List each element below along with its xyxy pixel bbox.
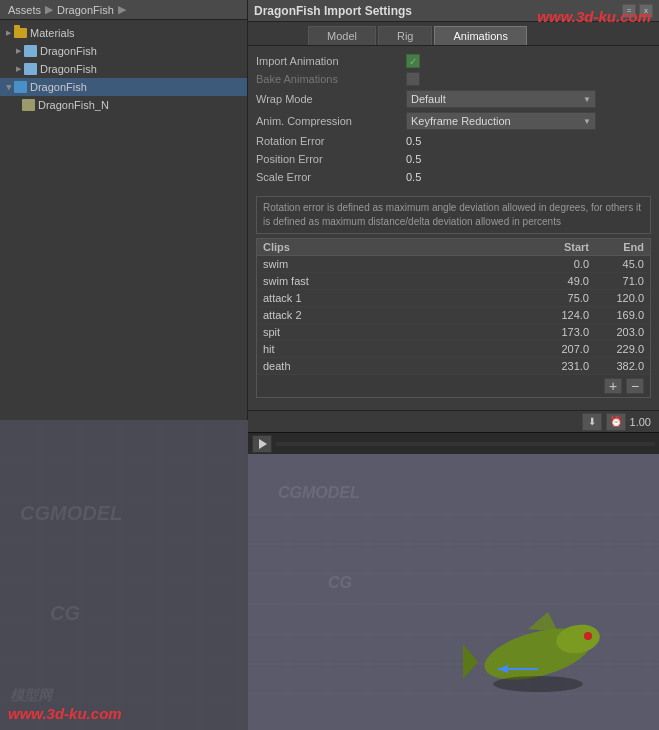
svg-rect-26 <box>0 420 248 730</box>
clock-btn[interactable]: ⏰ <box>606 413 626 431</box>
right-panel: DragonFish Import Settings = x Model Rig… <box>248 0 659 420</box>
watermark-bottom: www.3d-ku.com <box>8 705 122 722</box>
clip-row[interactable]: hit 207.0 229.0 <box>257 341 650 358</box>
tree-label-materials: Materials <box>30 27 75 39</box>
clips-col-end: End <box>589 241 644 253</box>
svg-text:CGMODEL: CGMODEL <box>20 502 122 524</box>
setting-wrap-mode: Wrap Mode Default ▼ <box>256 88 651 110</box>
setting-scale-error: Scale Error 0.5 <box>256 168 651 186</box>
setting-anim-compression: Anim. Compression Keyframe Reduction ▼ <box>256 110 651 132</box>
tree-item-dragonfish2[interactable]: DragonFish <box>0 60 247 78</box>
svg-point-23 <box>493 676 583 692</box>
tab-rig[interactable]: Rig <box>378 26 433 45</box>
clip-row[interactable]: death 231.0 382.0 <box>257 358 650 375</box>
timeline-bar[interactable] <box>276 442 655 446</box>
clips-table: Clips Start End swim 0.0 45.0 swim fast … <box>256 238 651 398</box>
setting-rotation-error: Rotation Error 0.5 <box>256 132 651 150</box>
anim-compression-dropdown[interactable]: Keyframe Reduction ▼ <box>406 112 596 130</box>
clips-header: Clips Start End <box>257 239 650 256</box>
tabs-row: Model Rig Animations <box>248 22 659 46</box>
asset-tree: Materials DragonFish DragonFish DragonFi… <box>0 20 247 118</box>
clips-col-name: Clips <box>263 241 534 253</box>
clip-row[interactable]: swim 0.0 45.0 <box>257 256 650 273</box>
breadcrumb: Assets ▶ DragonFish ▶ <box>0 0 247 20</box>
tree-label-df-selected: DragonFish <box>30 81 87 93</box>
breadcrumb-assets[interactable]: Assets <box>8 4 41 16</box>
breadcrumb-dragonfish[interactable]: DragonFish <box>57 4 114 16</box>
scale-error-label: Scale Error <box>256 171 406 183</box>
play-button[interactable] <box>252 435 272 453</box>
setting-import-animation: Import Animation ✓ <box>256 52 651 70</box>
wrap-mode-dropdown[interactable]: Default ▼ <box>406 90 596 108</box>
mesh-icon-df-selected <box>14 81 27 93</box>
clips-col-start: Start <box>534 241 589 253</box>
cgmodel-wm1: CGMODEL <box>278 484 360 502</box>
left-preview-svg: CGMODEL CG 模型网 <box>0 420 248 730</box>
mesh-icon-df1 <box>24 45 37 57</box>
expand-materials-icon <box>4 29 12 37</box>
tree-item-dragonfish-n[interactable]: DragonFish_N <box>0 96 247 114</box>
cgmodel-wm2: CG <box>328 574 352 592</box>
left-panel: Assets ▶ DragonFish ▶ Materials DragonFi… <box>0 0 248 420</box>
position-error-value: 0.5 <box>406 153 651 165</box>
svg-text:CG: CG <box>50 602 80 624</box>
bake-animations-checkbox[interactable] <box>406 72 420 86</box>
time-value: 1.00 <box>630 416 651 428</box>
texture-icon-dfn <box>22 99 35 111</box>
clips-body: swim 0.0 45.0 swim fast 49.0 71.0 attack… <box>257 256 650 375</box>
tree-label-dfn: DragonFish_N <box>38 99 109 111</box>
folder-icon-materials <box>14 28 27 38</box>
setting-bake-animations: Bake Animations <box>256 70 651 88</box>
viewport: CGMODEL CG <box>248 454 659 730</box>
clip-row[interactable]: swim fast 49.0 71.0 <box>257 273 650 290</box>
svg-text:模型网: 模型网 <box>10 687 54 703</box>
bottom-toolbar: ⬇ ⏰ 1.00 <box>248 410 659 432</box>
expand-df2-icon <box>14 65 22 73</box>
breadcrumb-arrow2: ▶ <box>118 3 126 16</box>
wrap-mode-dropdown-arrow: ▼ <box>583 95 591 104</box>
import-animation-checkbox[interactable]: ✓ <box>406 54 420 68</box>
tree-item-materials[interactable]: Materials <box>0 24 247 42</box>
setting-position-error: Position Error 0.5 <box>256 150 651 168</box>
bake-animations-label: Bake Animations <box>256 73 406 85</box>
left-preview: CGMODEL CG 模型网 <box>0 420 248 730</box>
tree-item-dragonfish-selected[interactable]: DragonFish <box>0 78 247 96</box>
anim-compression-dropdown-arrow: ▼ <box>583 117 591 126</box>
tree-label-df1: DragonFish <box>40 45 97 57</box>
add-clip-button[interactable]: + <box>604 378 622 394</box>
description-text: Rotation error is defined as maximum ang… <box>263 202 641 227</box>
tree-item-dragonfish1[interactable]: DragonFish <box>0 42 247 60</box>
tree-label-df2: DragonFish <box>40 63 97 75</box>
import-btn[interactable]: ⬇ <box>582 413 602 431</box>
expand-df1-icon <box>14 47 22 55</box>
breadcrumb-arrow1: ▶ <box>45 3 53 16</box>
clip-row[interactable]: attack 1 75.0 120.0 <box>257 290 650 307</box>
clips-footer: + − <box>257 375 650 397</box>
position-error-label: Position Error <box>256 153 406 165</box>
import-animation-label: Import Animation <box>256 55 406 67</box>
expand-df-selected-icon <box>4 83 12 91</box>
clip-row[interactable]: spit 173.0 203.0 <box>257 324 650 341</box>
rotation-error-label: Rotation Error <box>256 135 406 147</box>
clip-row[interactable]: attack 2 124.0 169.0 <box>257 307 650 324</box>
scale-error-value: 0.5 <box>406 171 651 183</box>
preview-controls <box>248 432 659 454</box>
anim-compression-label: Anim. Compression <box>256 115 406 127</box>
panel-title: DragonFish Import Settings <box>254 4 412 18</box>
tab-animations[interactable]: Animations <box>434 26 526 45</box>
watermark-top: www.3d-ku.com <box>537 8 651 25</box>
play-icon <box>259 439 267 449</box>
svg-point-20 <box>584 632 592 640</box>
rotation-error-value: 0.5 <box>406 135 651 147</box>
description-box: Rotation error is defined as maximum ang… <box>256 196 651 234</box>
settings-area: Import Animation ✓ Bake Animations Wrap … <box>248 46 659 192</box>
remove-clip-button[interactable]: − <box>626 378 644 394</box>
tab-model[interactable]: Model <box>308 26 376 45</box>
mesh-icon-df2 <box>24 63 37 75</box>
wrap-mode-label: Wrap Mode <box>256 93 406 105</box>
